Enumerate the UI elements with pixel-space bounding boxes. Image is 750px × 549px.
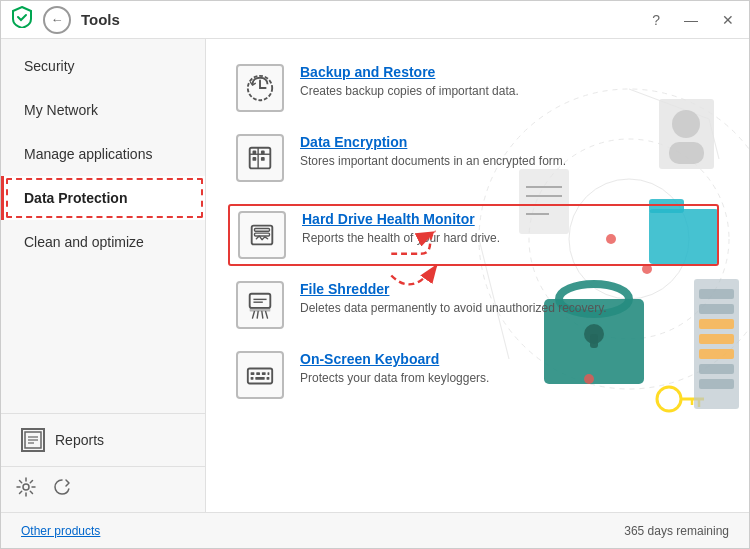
tool-file-shredder[interactable]: File Shredder Deletes data permanently t…	[236, 281, 719, 329]
reports-label: Reports	[55, 432, 104, 448]
backup-restore-icon	[236, 64, 284, 112]
close-button[interactable]: ✕	[717, 10, 739, 30]
sidebar-item-security[interactable]: Security	[1, 44, 205, 88]
tool-on-screen-keyboard[interactable]: On-Screen Keyboard Protects your data fr…	[236, 351, 719, 399]
svg-rect-62	[262, 372, 266, 375]
svg-rect-51	[250, 294, 271, 308]
help-button[interactable]: ?	[647, 10, 665, 30]
titlebar: ← Tools ? — ✕	[1, 1, 749, 39]
hard-drive-health-text: Hard Drive Health Monitor Reports the he…	[302, 211, 500, 247]
svg-rect-60	[251, 372, 255, 375]
data-encryption-icon	[236, 134, 284, 182]
data-encryption-title[interactable]: Data Encryption	[300, 134, 566, 150]
svg-line-55	[262, 312, 263, 319]
titlebar-controls: ? — ✕	[647, 10, 739, 30]
hard-drive-health-title[interactable]: Hard Drive Health Monitor	[302, 211, 500, 227]
svg-rect-65	[255, 377, 264, 380]
svg-rect-63	[268, 372, 270, 375]
backup-restore-text: Backup and Restore Creates backup copies…	[300, 64, 519, 100]
svg-rect-52	[250, 308, 271, 312]
hard-drive-health-desc: Reports the health of your hard drive.	[302, 230, 500, 247]
sidebar-item-my-network[interactable]: My Network	[1, 88, 205, 132]
sidebar-nav: Security My Network Manage applications …	[1, 39, 205, 413]
sidebar-item-data-protection[interactable]: Data Protection	[1, 176, 205, 220]
days-remaining: 365 days remaining	[624, 524, 729, 538]
backup-restore-title[interactable]: Backup and Restore	[300, 64, 519, 80]
file-shredder-icon	[236, 281, 284, 329]
reports-icon	[21, 428, 45, 452]
sidebar-bottom	[1, 466, 205, 512]
sidebar: Security My Network Manage applications …	[1, 39, 206, 512]
data-encryption-text: Data Encryption Stores important documen…	[300, 134, 566, 170]
svg-rect-59	[248, 368, 272, 383]
on-screen-keyboard-icon	[236, 351, 284, 399]
svg-line-56	[266, 312, 268, 319]
minimize-button[interactable]: —	[679, 10, 703, 30]
svg-line-53	[253, 312, 255, 319]
back-button[interactable]: ←	[43, 6, 71, 34]
tool-data-encryption[interactable]: Data Encryption Stores important documen…	[236, 134, 719, 182]
data-encryption-desc: Stores important documents in an encrypt…	[300, 153, 566, 170]
on-screen-keyboard-desc: Protects your data from keyloggers.	[300, 370, 489, 387]
backup-restore-desc: Creates backup copies of important data.	[300, 83, 519, 100]
content-area: Backup and Restore Creates backup copies…	[206, 39, 749, 512]
tool-backup-restore[interactable]: Backup and Restore Creates backup copies…	[236, 64, 719, 112]
svg-rect-46	[261, 157, 265, 161]
sidebar-item-clean-optimize[interactable]: Clean and optimize	[1, 220, 205, 264]
main-layout: Security My Network Manage applications …	[1, 39, 749, 512]
svg-rect-50	[255, 233, 270, 236]
svg-rect-49	[255, 228, 270, 231]
svg-line-54	[257, 312, 258, 319]
svg-rect-47	[253, 151, 257, 155]
sidebar-item-manage-applications[interactable]: Manage applications	[1, 132, 205, 176]
statusbar: Other products 365 days remaining	[1, 512, 749, 548]
svg-rect-45	[261, 151, 265, 155]
on-screen-keyboard-title[interactable]: On-Screen Keyboard	[300, 351, 489, 367]
other-products[interactable]: Other products	[21, 524, 100, 538]
refresh-icon[interactable]	[52, 477, 72, 502]
svg-point-4	[23, 484, 29, 490]
svg-rect-64	[251, 377, 254, 380]
file-shredder-text: File Shredder Deletes data permanently t…	[300, 281, 607, 317]
hard-drive-health-icon	[238, 211, 286, 259]
settings-icon[interactable]	[16, 477, 36, 502]
sidebar-item-reports[interactable]: Reports	[1, 413, 205, 466]
svg-rect-66	[267, 377, 270, 380]
file-shredder-desc: Deletes data permanently to avoid unauth…	[300, 300, 607, 317]
page-title: Tools	[81, 11, 120, 28]
svg-rect-61	[256, 372, 260, 375]
tool-hard-drive-health[interactable]: Hard Drive Health Monitor Reports the he…	[228, 204, 719, 266]
file-shredder-title[interactable]: File Shredder	[300, 281, 607, 297]
app-window: ← Tools ? — ✕ Security My Network Manage…	[0, 0, 750, 549]
app-logo-icon	[11, 6, 33, 33]
tools-list: Backup and Restore Creates backup copies…	[236, 64, 719, 399]
titlebar-left: ← Tools	[11, 6, 120, 34]
svg-rect-44	[253, 157, 257, 161]
on-screen-keyboard-text: On-Screen Keyboard Protects your data fr…	[300, 351, 489, 387]
